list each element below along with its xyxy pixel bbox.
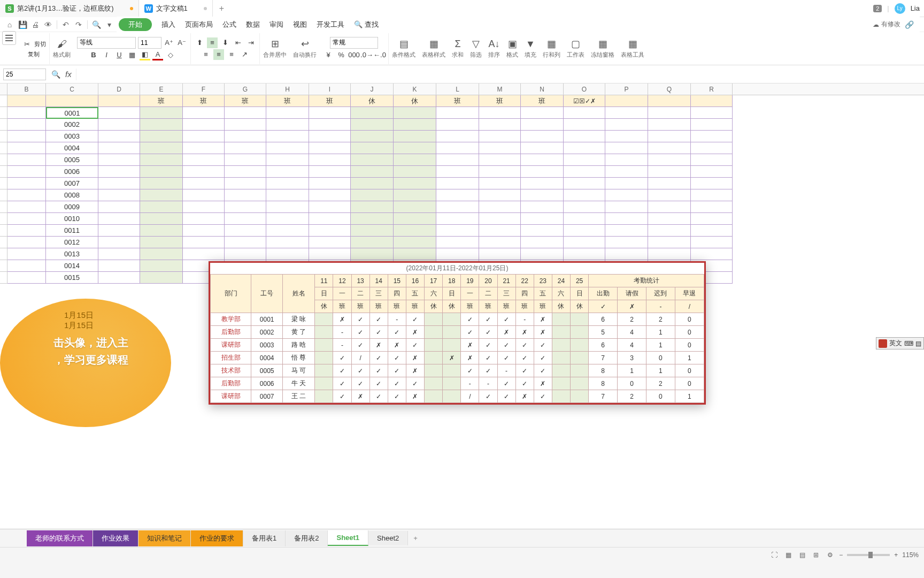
- header-cell[interactable]: ☑☒✓✗: [564, 95, 605, 107]
- grid-cell[interactable]: [479, 237, 521, 248]
- grid-cell[interactable]: 0008: [46, 189, 98, 201]
- grid-cell[interactable]: [225, 131, 266, 142]
- grid-cell[interactable]: [309, 248, 351, 260]
- grid-cell[interactable]: [436, 178, 479, 189]
- view-break-icon[interactable]: ⊞: [811, 550, 821, 560]
- filter-button[interactable]: ▽筛选: [467, 37, 485, 60]
- grid-cell[interactable]: [479, 189, 521, 201]
- new-tab-button[interactable]: +: [213, 4, 230, 13]
- grid-cell[interactable]: 0015: [46, 272, 98, 284]
- grid-cell[interactable]: [479, 213, 521, 225]
- header-cell[interactable]: [648, 95, 691, 107]
- home-icon[interactable]: ⌂: [4, 19, 15, 30]
- grid-cell[interactable]: [436, 213, 479, 225]
- col-header-B[interactable]: B: [7, 83, 46, 95]
- grid-cell[interactable]: [521, 213, 564, 225]
- grid-cell[interactable]: [309, 119, 351, 131]
- grid-cell[interactable]: 0003: [46, 131, 98, 142]
- grid-cell[interactable]: [98, 225, 140, 237]
- grid-cell[interactable]: [140, 213, 183, 225]
- header-cell[interactable]: [605, 95, 648, 107]
- grid-cell[interactable]: [691, 178, 733, 189]
- grid-cell[interactable]: [98, 237, 140, 248]
- grid-cell[interactable]: [98, 260, 140, 272]
- header-cell[interactable]: [7, 95, 46, 107]
- grid-cell[interactable]: [225, 142, 266, 154]
- grid-cell[interactable]: [436, 189, 479, 201]
- header-cell[interactable]: 休: [351, 95, 394, 107]
- grid-cell[interactable]: [436, 248, 479, 260]
- table-style-button[interactable]: ▦表格样式: [419, 37, 449, 60]
- grid-cell[interactable]: [7, 213, 46, 225]
- grid-cell[interactable]: [309, 178, 351, 189]
- grid-cell[interactable]: [309, 142, 351, 154]
- grid-cell[interactable]: [225, 166, 266, 178]
- grid-cell[interactable]: 0004: [46, 142, 98, 154]
- grid-cell[interactable]: [98, 248, 140, 260]
- font-color-button[interactable]: A: [152, 50, 163, 60]
- zoom-out-button[interactable]: −: [839, 551, 843, 559]
- grid-cell[interactable]: [394, 119, 436, 131]
- fill-button[interactable]: ▼填充: [521, 37, 540, 60]
- grid-cell[interactable]: [140, 142, 183, 154]
- border-button[interactable]: ▦: [127, 50, 137, 60]
- grid-cell[interactable]: [691, 131, 733, 142]
- grid-cell[interactable]: [351, 107, 394, 119]
- grid-cell[interactable]: [521, 178, 564, 189]
- grid-cell[interactable]: [351, 213, 394, 225]
- bold-button[interactable]: B: [88, 50, 99, 60]
- sum-button[interactable]: Σ求和: [449, 37, 467, 60]
- grid-cell[interactable]: [140, 237, 183, 248]
- phonetic-button[interactable]: ◇: [165, 50, 176, 60]
- comma-icon[interactable]: 000: [349, 50, 359, 60]
- font-name-select[interactable]: [77, 37, 136, 49]
- grid-cell[interactable]: [351, 237, 394, 248]
- print-icon[interactable]: 🖨: [30, 19, 41, 30]
- grid-cell[interactable]: [394, 107, 436, 119]
- grid-cell[interactable]: [479, 201, 521, 213]
- grid-cell[interactable]: [266, 107, 309, 119]
- grid-cell[interactable]: [140, 107, 183, 119]
- orientation-icon[interactable]: ↗: [239, 49, 250, 60]
- undo-icon[interactable]: ↶: [60, 19, 71, 30]
- grid-cell[interactable]: [521, 237, 564, 248]
- grid-cell[interactable]: [351, 166, 394, 178]
- grid-cell[interactable]: [98, 166, 140, 178]
- grid-cell[interactable]: [691, 237, 733, 248]
- sheet-tab-spare2[interactable]: 备用表2: [286, 530, 328, 546]
- grid-cell[interactable]: [7, 189, 46, 201]
- col-header-E[interactable]: E: [140, 83, 183, 95]
- menu-formula[interactable]: 公式: [222, 20, 236, 29]
- grid-cell[interactable]: [183, 178, 225, 189]
- grid-cell[interactable]: [266, 201, 309, 213]
- grid-cell[interactable]: [605, 237, 648, 248]
- copy-label[interactable]: 复制: [28, 50, 40, 58]
- grid-cell[interactable]: [648, 237, 691, 248]
- align-right-icon[interactable]: ≡: [226, 49, 237, 60]
- grid-cell[interactable]: [351, 189, 394, 201]
- cloud-sync-indicator[interactable]: ☁ 有修改: [873, 20, 900, 29]
- grid-cell[interactable]: [225, 154, 266, 166]
- fill-color-button[interactable]: ◧: [140, 50, 150, 60]
- grid-cell[interactable]: [183, 225, 225, 237]
- sheet-tab-notes[interactable]: 知识和笔记: [138, 530, 191, 546]
- grid-cell[interactable]: [436, 166, 479, 178]
- font-size-select[interactable]: [138, 37, 161, 49]
- grid-cell[interactable]: [7, 201, 46, 213]
- grid-cell[interactable]: [140, 201, 183, 213]
- menu-dev[interactable]: 开发工具: [317, 20, 344, 29]
- grid-cell[interactable]: [140, 225, 183, 237]
- grid-cell[interactable]: [564, 154, 605, 166]
- sheet-tab-sheet1[interactable]: Sheet1: [328, 530, 368, 546]
- grid-cell[interactable]: [351, 142, 394, 154]
- grid-cell[interactable]: [140, 260, 183, 272]
- grid-cell[interactable]: [266, 248, 309, 260]
- grid-cell[interactable]: [7, 260, 46, 272]
- header-cell[interactable]: 班: [140, 95, 183, 107]
- grid-cell[interactable]: [564, 107, 605, 119]
- grid-cell[interactable]: [564, 225, 605, 237]
- grid-cell[interactable]: [225, 119, 266, 131]
- grid-cell[interactable]: [564, 201, 605, 213]
- redo-icon[interactable]: ↷: [73, 19, 84, 30]
- grid-cell[interactable]: [479, 107, 521, 119]
